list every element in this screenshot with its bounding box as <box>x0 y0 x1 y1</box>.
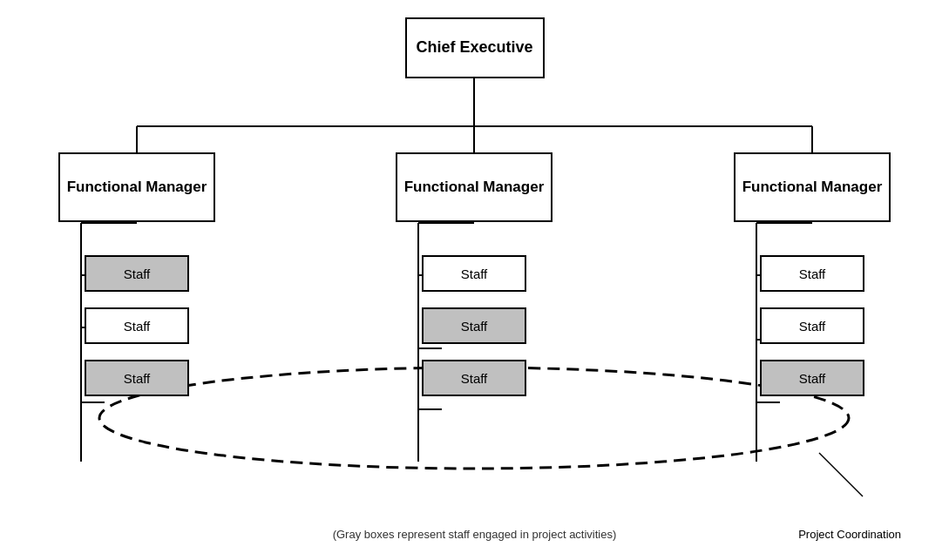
project-coordination-label: Project Coordination <box>798 528 901 541</box>
manager-box-1: Functional Manager <box>58 152 215 222</box>
staff-3-2: Staff <box>760 307 864 344</box>
chief-executive-box: Chief Executive <box>405 17 545 78</box>
diagram-container: Chief Executive Functional Manager Staff… <box>0 0 949 560</box>
staff-1-1: Staff <box>85 255 189 292</box>
manager-label-3: Functional Manager <box>742 178 883 197</box>
manager-label-1: Functional Manager <box>67 178 207 197</box>
footnote-text: (Gray boxes represent staff engaged in p… <box>333 528 617 541</box>
staff-1-2: Staff <box>85 307 189 344</box>
staff-2-2: Staff <box>422 307 526 344</box>
staff-1-3: Staff <box>85 360 189 396</box>
manager-box-3: Functional Manager <box>734 152 891 222</box>
chief-executive-label: Chief Executive <box>416 37 532 57</box>
manager-box-2: Functional Manager <box>396 152 552 222</box>
staff-3-3: Staff <box>760 360 864 396</box>
manager-label-2: Functional Manager <box>404 178 545 197</box>
staff-2-3: Staff <box>422 360 526 396</box>
staff-2-1: Staff <box>422 255 526 292</box>
svg-line-21 <box>819 453 863 496</box>
staff-3-1: Staff <box>760 255 864 292</box>
